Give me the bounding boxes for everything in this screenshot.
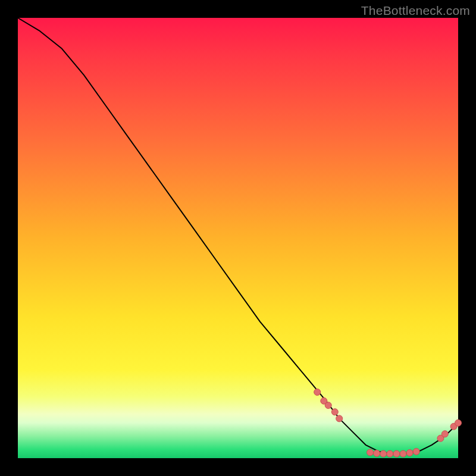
data-point bbox=[367, 449, 374, 456]
data-point-markers bbox=[314, 389, 462, 458]
data-point bbox=[325, 402, 331, 409]
data-point bbox=[441, 431, 448, 437]
data-point bbox=[336, 415, 343, 422]
data-point bbox=[413, 448, 419, 455]
data-point bbox=[374, 450, 380, 456]
data-point bbox=[380, 450, 387, 457]
chart-frame: TheBottleneck.com bbox=[0, 0, 476, 476]
data-point bbox=[393, 450, 400, 457]
chart-svg bbox=[18, 18, 458, 458]
plot-area bbox=[18, 18, 458, 458]
data-point bbox=[455, 419, 462, 426]
watermark-text: TheBottleneck.com bbox=[361, 4, 470, 18]
data-point bbox=[314, 389, 321, 396]
data-point bbox=[400, 450, 406, 457]
data-point bbox=[331, 409, 338, 415]
bottleneck-curve-line bbox=[18, 18, 458, 454]
data-point bbox=[406, 450, 413, 456]
data-point bbox=[387, 450, 393, 457]
